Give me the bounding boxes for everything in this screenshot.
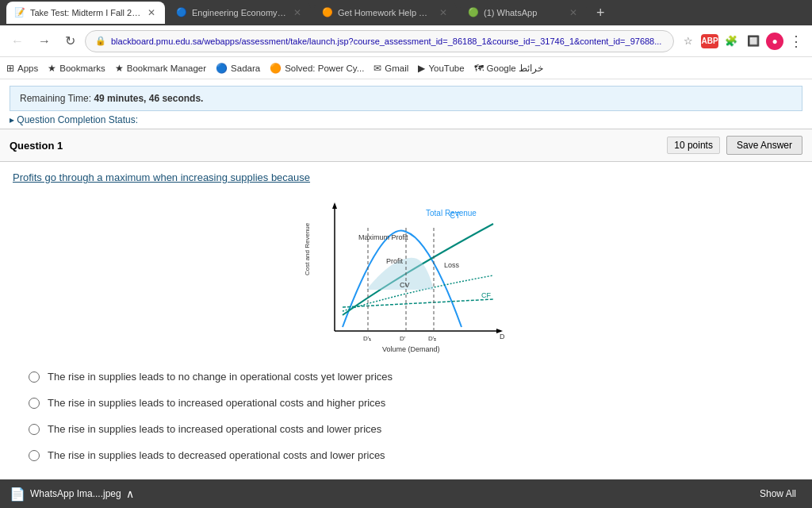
question-body: Profits go through a maximum when increa… xyxy=(0,162,812,479)
sadara-icon: 🔵 xyxy=(216,63,228,74)
star-icon-bm: ★ xyxy=(48,63,56,74)
remaining-time-label: Remaining Time: xyxy=(20,93,91,104)
answer-choice-3: The rise in supplies leads to increased … xyxy=(29,423,783,435)
remaining-time-value: 49 minutes, 46 seconds. xyxy=(94,93,203,104)
svg-text:Profit: Profit xyxy=(386,257,404,265)
chart-container: CT Profit Loss Maximum Profit Total Reve… xyxy=(13,196,799,355)
bookmark-manager[interactable]: ★ Bookmark Manager xyxy=(115,63,206,74)
radio-1[interactable] xyxy=(29,371,40,383)
bookmark-solved-label: Solved: Power Cy... xyxy=(285,64,364,73)
choice-text-4: The rise in supplies leads to decreased … xyxy=(48,449,385,461)
title-bar: 📝 Take Test: Midterm I Fall 2020 ✕ 🔵 Eng… xyxy=(0,0,812,25)
refresh-button[interactable]: ↻ xyxy=(60,30,80,52)
question-points-area: 10 points Save Answer xyxy=(667,136,802,155)
svg-text:D: D xyxy=(500,333,505,341)
bookmark-bookmarks[interactable]: ★ Bookmarks xyxy=(48,63,105,74)
save-answer-button[interactable]: Save Answer xyxy=(726,136,802,155)
tab-favicon-4: 🟢 xyxy=(468,7,479,18)
completion-status-text: Question Completion Status: xyxy=(17,114,138,125)
status-file: 📄 WhatsApp Ima....jpeg ∧ xyxy=(10,487,134,502)
address-bar[interactable]: 🔒 blackboard.pmu.edu.sa/webapps/assessme… xyxy=(85,30,674,52)
adblock-icon[interactable]: ABP xyxy=(701,34,718,48)
nav-bar: ← → ↻ 🔒 blackboard.pmu.edu.sa/webapps/as… xyxy=(0,25,812,57)
question-text: Profits go through a maximum when increa… xyxy=(13,171,799,183)
youtube-icon: ▶ xyxy=(418,63,425,74)
bookmark-bookmarks-label: Bookmarks xyxy=(59,64,105,73)
question-header: Question 1 10 points Save Answer xyxy=(0,129,812,162)
answer-choice-4: The rise in supplies leads to decreased … xyxy=(29,449,783,461)
tab-label-2: Engineering Economy_104 xyxy=(192,8,287,17)
profile-puzzle-icon[interactable]: 🔲 xyxy=(744,32,763,51)
maps-icon: 🗺 xyxy=(474,63,484,74)
tab-close-3[interactable]: ✕ xyxy=(438,6,449,20)
bookmark-youtube[interactable]: ▶ YouTube xyxy=(418,63,464,74)
answer-choices: The rise in supplies leads to no change … xyxy=(13,371,799,461)
tab-3[interactable]: 🟠 Get Homework Help With Che ✕ xyxy=(314,2,457,24)
tab-2[interactable]: 🔵 Engineering Economy_104 ✕ xyxy=(168,2,311,24)
file-icon: 📄 xyxy=(10,487,25,502)
tab-close-1[interactable]: ✕ xyxy=(146,6,157,20)
tab-close-2[interactable]: ✕ xyxy=(292,6,303,20)
profit-chart: CT Profit Loss Maximum Profit Total Reve… xyxy=(303,196,509,355)
solved-icon: 🟠 xyxy=(270,63,282,74)
tab-label-3: Get Homework Help With Che xyxy=(338,8,433,17)
bookmark-apps-label: Apps xyxy=(17,64,38,73)
bookmark-gmail[interactable]: ✉ Gmail xyxy=(373,63,408,74)
address-text: blackboard.pmu.edu.sa/webapps/assessment… xyxy=(111,37,664,46)
svg-text:D'₂: D'₂ xyxy=(428,335,436,342)
svg-text:Cost and Revenue: Cost and Revenue xyxy=(304,222,311,275)
svg-text:D': D' xyxy=(400,335,406,342)
svg-text:Loss: Loss xyxy=(444,261,460,269)
svg-marker-2 xyxy=(332,202,337,209)
points-badge: 10 points xyxy=(667,137,720,154)
bookmarks-bar: ⊞ Apps ★ Bookmarks ★ Bookmark Manager 🔵 … xyxy=(0,57,812,79)
svg-text:Volume (Demand): Volume (Demand) xyxy=(382,345,440,353)
radio-3[interactable] xyxy=(29,424,40,435)
radio-2[interactable] xyxy=(29,398,40,409)
bookmark-solved[interactable]: 🟠 Solved: Power Cy... xyxy=(270,63,364,74)
choice-text-3: The rise in supplies leads to increased … xyxy=(48,423,381,435)
svg-text:D'₁: D'₁ xyxy=(363,335,371,342)
svg-text:Total Revenue: Total Revenue xyxy=(426,209,477,217)
tab-close-4[interactable]: ✕ xyxy=(568,6,579,20)
bookmark-star-icon[interactable]: ☆ xyxy=(679,32,698,51)
tab-4[interactable]: 🟢 (1) WhatsApp ✕ xyxy=(460,2,587,24)
tab-favicon-1: 📝 xyxy=(14,7,25,18)
bookmark-google-maps[interactable]: 🗺 Google خرائط xyxy=(474,63,543,74)
tab-favicon-3: 🟠 xyxy=(322,7,333,18)
svg-text:CV: CV xyxy=(400,281,410,289)
menu-icon[interactable]: ⋮ xyxy=(787,32,806,51)
bookmark-manager-label: Bookmark Manager xyxy=(127,64,206,73)
bookmark-youtube-label: YouTube xyxy=(428,64,464,73)
bookmark-sadara[interactable]: 🔵 Sadara xyxy=(216,63,260,74)
forward-button[interactable]: → xyxy=(33,31,56,52)
chevron-up-icon[interactable]: ∧ xyxy=(126,487,134,500)
show-all-button[interactable]: Show All xyxy=(753,485,802,502)
choice-text-1: The rise in supplies leads to no change … xyxy=(48,371,393,383)
radio-4[interactable] xyxy=(29,450,40,461)
bookmark-apps[interactable]: ⊞ Apps xyxy=(6,63,38,74)
new-tab-button[interactable]: + xyxy=(590,5,611,21)
page-content: Remaining Time: 49 minutes, 46 seconds. … xyxy=(0,79,812,479)
status-bar: 📄 WhatsApp Ima....jpeg ∧ Show All xyxy=(0,479,812,508)
apps-grid-icon: ⊞ xyxy=(6,63,14,74)
remaining-time-bar: Remaining Time: 49 minutes, 46 seconds. xyxy=(10,86,802,111)
choice-text-2: The rise in supplies leads to increased … xyxy=(48,397,385,409)
tab-favicon-2: 🔵 xyxy=(176,7,187,18)
bookmark-sadara-label: Sadara xyxy=(231,64,260,73)
user-avatar[interactable]: ● xyxy=(766,33,783,50)
question-number: Question 1 xyxy=(10,140,63,152)
nav-icons: ☆ ABP 🧩 🔲 ● ⋮ xyxy=(679,32,806,51)
completion-status[interactable]: Question Completion Status: xyxy=(10,114,802,125)
svg-text:CF: CF xyxy=(481,291,491,299)
bookmark-gmail-label: Gmail xyxy=(385,64,408,73)
tab-active[interactable]: 📝 Take Test: Midterm I Fall 2020 ✕ xyxy=(6,2,165,24)
tab-label-4: (1) WhatsApp xyxy=(484,8,563,17)
extensions-icon[interactable]: 🧩 xyxy=(722,32,741,51)
status-filename: WhatsApp Ima....jpeg xyxy=(30,488,121,499)
gmail-icon: ✉ xyxy=(373,63,381,74)
lock-icon: 🔒 xyxy=(95,36,106,46)
bookmark-maps-label: Google خرائط xyxy=(487,63,543,74)
back-button[interactable]: ← xyxy=(6,31,29,52)
answer-choice-2: The rise in supplies leads to increased … xyxy=(29,397,783,409)
